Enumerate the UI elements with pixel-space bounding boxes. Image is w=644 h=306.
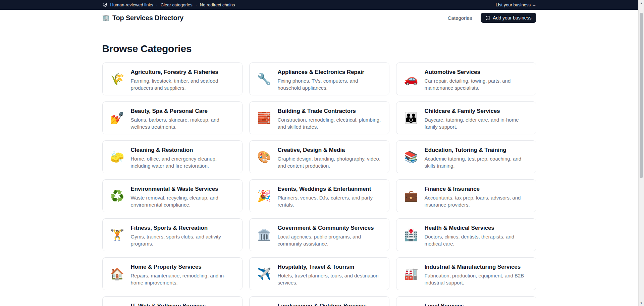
category-card[interactable]: Landscaping & Outdoor Services [249,296,389,306]
category-title: Beauty, Spa & Personal Care [131,108,235,115]
category-card[interactable]: 🏠 Home & Property Services Repairs, main… [102,257,243,290]
category-card[interactable]: 🌾 Agriculture, Forestry & Fisheries Farm… [102,62,243,95]
category-title: Appliances & Electronics Repair [278,69,382,76]
scrollbar-down-arrow-icon[interactable]: ▼ [639,300,644,306]
category-title: Industrial & Manufacturing Services [425,264,529,270]
factory-icon: 🏭 [404,268,419,279]
category-description: Farming, livestock, timber, and seafood … [131,77,235,91]
category-card[interactable]: 🎨 Creative, Design & Media Graphic desig… [249,140,389,173]
list-your-business-link[interactable]: List your business → [496,2,536,7]
category-title: Government & Community Services [278,225,382,231]
category-card[interactable]: IT, Web & Software Services [102,296,243,306]
category-title: Finance & Insurance [425,186,529,192]
category-title: Building & Trade Contractors [278,108,382,115]
weight-lifter-icon: 🏋️ [110,229,125,241]
category-card[interactable]: 🧱 Building & Trade Contractors Construct… [249,101,389,134]
category-title: Education, Tutoring & Training [425,147,529,154]
category-description: Academic tutoring, test prep, coaching, … [425,155,529,169]
main-content: Browse Categories 🌾 Agriculture, Forestr… [0,26,638,306]
announcement-items: Human-reviewed links · Clear categories … [102,2,235,7]
category-description: Repairs, maintenance, remodeling, and in… [131,272,235,286]
category-title: Automotive Services [425,69,529,76]
office-building-icon: 🏢 [102,15,110,21]
category-card[interactable]: 📚 Education, Tutoring & Training Academi… [396,140,536,173]
category-title: Hospitality, Travel & Tourism [278,264,382,270]
hospital-icon: 🏥 [404,229,419,241]
browser-viewport: Human-reviewed links · Clear categories … [0,0,644,306]
dot-separator: · [156,2,157,7]
category-title: Events, Weddings & Entertainment [278,186,382,192]
category-title: Health & Medical Services [425,225,529,231]
category-title: Creative, Design & Media [278,147,382,154]
airplane-icon: ✈️ [257,268,272,279]
announcement-bar: Human-reviewed links · Clear categories … [0,0,638,10]
plus-circle-icon [485,15,490,20]
category-description: Planners, venues, DJs, caterers, and par… [278,194,382,208]
sheaf-of-rice-icon: 🌾 [110,73,125,85]
site-header: 🏢 Top Services Directory Categories Add … [0,10,638,26]
sponge-icon: 🧽 [110,151,125,163]
category-card[interactable]: 💼 Finance & Insurance Accountants, tax p… [396,179,536,212]
family-icon: 👪 [404,112,419,124]
category-description: Hotels, travel planners, tours, and dest… [278,272,382,286]
category-title: Legal Services [425,303,464,306]
category-description: Home, office, and emergency cleanup, inc… [131,155,235,169]
category-description: Salons, barbers, skincare, makeup, and w… [131,116,235,130]
category-card[interactable]: ♻️ Environmental & Waste Services Waste … [102,179,243,212]
page-title: Browse Categories [102,43,536,54]
nail-polish-icon: 💅 [110,112,125,124]
category-description: Daycare, tutoring, elder care, and in-ho… [425,116,529,130]
scrollbar-up-arrow-icon[interactable]: ▲ [639,0,644,6]
house-icon: 🏠 [110,268,125,279]
category-card[interactable]: ✈️ Hospitality, Travel & Tourism Hotels,… [249,257,389,290]
category-description: Fabrication, production, equipment, and … [425,272,529,286]
car-icon: 🚗 [404,73,419,85]
category-card[interactable]: Legal Services [396,296,536,306]
brick-icon: 🧱 [257,112,272,124]
category-description: Graphic design, branding, photography, v… [278,155,382,169]
categories-grid: 🌾 Agriculture, Forestry & Fisheries Farm… [102,62,536,306]
scrollbar-thumb[interactable] [640,13,643,178]
category-title: Childcare & Family Services [425,108,529,115]
palette-icon: 🎨 [257,151,272,163]
category-card[interactable]: 🚗 Automotive Services Car repair, detail… [396,62,536,95]
recycling-icon: ♻️ [110,190,125,202]
announcement-item: Clear categories [161,2,193,7]
category-title: Cleaning & Restoration [131,147,235,154]
category-card[interactable]: 🏛️ Government & Community Services Local… [249,218,389,251]
nav-link-categories[interactable]: Categories [448,15,472,21]
add-your-business-button[interactable]: Add your business [481,13,536,23]
category-title: Environmental & Waste Services [131,186,235,192]
category-description: Waste removal, recycling, cleanup, and e… [131,194,235,208]
page: Human-reviewed links · Clear categories … [0,0,638,306]
category-description: Construction, remodeling, electrical, pl… [278,116,382,130]
shield-check-icon [102,2,107,7]
category-card[interactable]: 🎉 Events, Weddings & Entertainment Plann… [249,179,389,212]
party-popper-icon: 🎉 [257,190,272,202]
category-description: Car repair, detailing, towing, parts, an… [425,77,529,91]
wrench-icon: 🔧 [257,73,272,85]
dot-separator: · [195,2,197,7]
category-title: Landscaping & Outdoor Services [278,303,367,306]
category-card[interactable]: 🏭 Industrial & Manufacturing Services Fa… [396,257,536,290]
classical-building-icon: 🏛️ [257,229,272,241]
category-card[interactable]: 🧽 Cleaning & Restoration Home, office, a… [102,140,243,173]
announcement-item: Human-reviewed links [110,2,153,7]
header-nav: Categories Add your business [448,13,536,23]
category-card[interactable]: 🏋️ Fitness, Sports & Recreation Gyms, tr… [102,218,243,251]
category-card[interactable]: 🔧 Appliances & Electronics Repair Fixing… [249,62,389,95]
category-title: Agriculture, Forestry & Fisheries [131,69,235,76]
books-icon: 📚 [404,151,419,163]
category-description: Local agencies, public programs, and com… [278,233,382,247]
brand-home-link[interactable]: 🏢 Top Services Directory [102,14,183,22]
site-title: Top Services Directory [112,14,183,22]
vertical-scrollbar[interactable]: ▲ ▼ [638,0,644,306]
category-title: Home & Property Services [131,264,235,270]
category-card[interactable]: 🏥 Health & Medical Services Doctors, cli… [396,218,536,251]
category-description: Gyms, trainers, sports clubs, and activi… [131,233,235,247]
category-description: Doctors, clinics, dentists, therapists, … [425,233,529,247]
category-description: Accountants, tax prep, loans, advisors, … [425,194,529,208]
category-card[interactable]: 💅 Beauty, Spa & Personal Care Salons, ba… [102,101,243,134]
category-card[interactable]: 👪 Childcare & Family Services Daycare, t… [396,101,536,134]
category-title: Fitness, Sports & Recreation [131,225,235,231]
